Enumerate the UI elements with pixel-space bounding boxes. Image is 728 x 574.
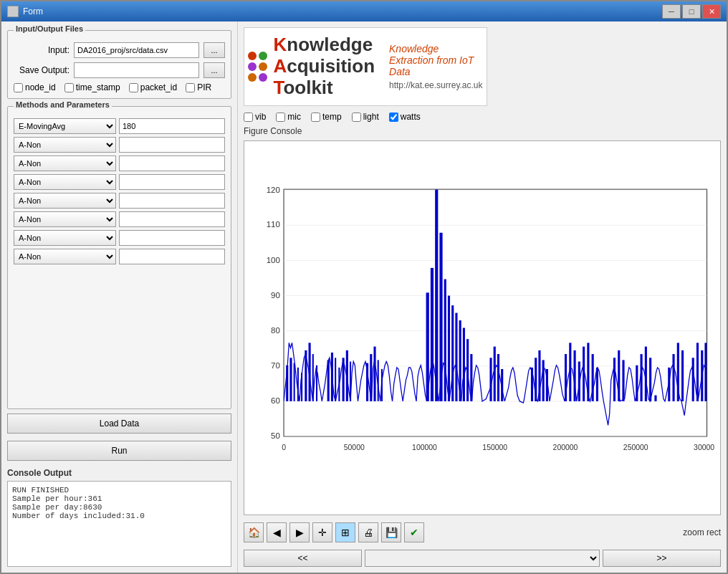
bar-60 xyxy=(613,358,616,401)
bar-31 xyxy=(494,347,496,401)
x-label-300000: 300000 xyxy=(694,444,714,451)
logo-oolkit: oolkit xyxy=(283,77,332,98)
console-line-2: Sample per hour:361 xyxy=(12,494,226,503)
bar-15 xyxy=(346,350,348,401)
method-select-4[interactable]: A-NonE-MovingAvgE-Mean xyxy=(14,193,116,209)
light-checkbox-item[interactable]: light xyxy=(352,112,379,122)
method-param-0[interactable] xyxy=(119,118,225,134)
logo-nowledge: nowledge xyxy=(287,34,373,55)
time-stamp-checkbox-item[interactable]: time_stamp xyxy=(64,82,120,92)
bar-4 xyxy=(297,368,299,401)
method-select-6[interactable]: A-NonE-MovingAvgE-Mean xyxy=(14,230,116,246)
bar-40 xyxy=(531,368,533,401)
bar-42 xyxy=(538,350,540,401)
forward-icon-button[interactable]: ▶ xyxy=(289,522,310,542)
pan-icon-button[interactable]: ✛ xyxy=(312,522,332,542)
main-window: Form ─ □ ✕ Input/Output Files Input: ...… xyxy=(0,0,728,574)
maximize-button[interactable]: □ xyxy=(682,4,701,19)
temp-checkbox-item[interactable]: temp xyxy=(311,112,342,122)
dot-purple-2 xyxy=(259,73,267,82)
mic-checkbox-item[interactable]: mic xyxy=(276,112,301,122)
bar-spike-1 xyxy=(426,292,429,401)
input-browse-button[interactable]: ... xyxy=(203,42,225,58)
navigation-row: << >> xyxy=(244,550,721,567)
vib-checkbox-item[interactable]: vib xyxy=(244,112,266,122)
console-line-3: Sample per day:8630 xyxy=(12,503,226,512)
bar-62 xyxy=(622,360,624,401)
method-select-5[interactable]: A-NonE-MovingAvgE-Mean xyxy=(14,211,116,227)
method-row-3: A-NonE-MovingAvgE-Mean xyxy=(14,174,225,190)
bar-spike-2 xyxy=(431,268,434,401)
logo-t: T xyxy=(273,77,283,98)
save-browse-button[interactable]: ... xyxy=(203,62,225,78)
packet-id-checkbox[interactable] xyxy=(129,83,138,92)
bar-80 xyxy=(668,368,670,401)
home-icon-button[interactable]: 🏠 xyxy=(244,522,264,542)
method-select-7[interactable]: A-NonE-MovingAvgE-Mean xyxy=(14,249,116,264)
temp-label: temp xyxy=(322,112,342,122)
print-icon-button[interactable]: 🖨 xyxy=(358,522,378,542)
method-row-7: A-NonE-MovingAvgE-Mean xyxy=(14,249,225,264)
time-stamp-label: time_stamp xyxy=(76,82,120,92)
next-nav-button[interactable]: >> xyxy=(603,550,721,567)
node-id-checkbox-item[interactable]: node_id xyxy=(14,82,56,92)
prev-nav-button[interactable]: << xyxy=(244,550,362,567)
method-param-6[interactable] xyxy=(119,230,225,246)
bar-7 xyxy=(309,343,311,401)
bar-8 xyxy=(312,354,314,401)
method-param-2[interactable] xyxy=(119,156,225,171)
bar-spike-10 xyxy=(466,339,469,401)
load-data-button[interactable]: Load Data xyxy=(7,413,231,434)
method-param-5[interactable] xyxy=(119,211,225,227)
input-file-field[interactable] xyxy=(74,42,199,58)
vib-checkbox[interactable] xyxy=(244,113,253,122)
logo-right-text: Knowledge Extraction from IoT Data http:… xyxy=(389,43,483,90)
method-select-2[interactable]: A-NonE-MovingAvgE-Mean xyxy=(14,156,116,171)
x-label-150000: 150000 xyxy=(482,444,507,451)
watts-checkbox-item[interactable]: watts xyxy=(389,112,421,122)
temp-checkbox[interactable] xyxy=(311,113,320,122)
check-icon-button[interactable]: ✔ xyxy=(404,522,424,542)
window-controls: ─ □ ✕ xyxy=(662,4,721,19)
method-select-0[interactable]: E-MovingAvgA-NonE-MeanE-Median xyxy=(14,118,116,134)
y-label-80: 80 xyxy=(271,326,280,335)
method-row-2: A-NonE-MovingAvgE-Mean xyxy=(14,156,225,171)
mic-checkbox[interactable] xyxy=(276,113,285,122)
nav-select[interactable] xyxy=(365,550,600,567)
close-button[interactable]: ✕ xyxy=(702,4,721,19)
method-select-3[interactable]: A-NonE-MovingAvgE-Mean xyxy=(14,174,116,190)
method-param-3[interactable] xyxy=(119,174,225,190)
node-id-checkbox[interactable] xyxy=(14,83,23,92)
pir-checkbox-item[interactable]: PIR xyxy=(186,82,211,92)
pir-checkbox[interactable] xyxy=(186,83,195,92)
zoom-rect-icon-button[interactable]: ⊞ xyxy=(335,522,355,542)
time-stamp-checkbox[interactable] xyxy=(64,83,74,92)
bar-6 xyxy=(305,350,307,401)
bar-spike-3 xyxy=(439,233,442,401)
save-output-field[interactable] xyxy=(74,62,199,78)
figure-console-label: Figure Console xyxy=(244,126,721,136)
watts-checkbox[interactable] xyxy=(389,113,398,122)
method-select-1[interactable]: A-NonE-MovingAvgE-Mean xyxy=(14,137,116,153)
bar-2 xyxy=(289,358,292,401)
logo-url: http://kat.ee.surrey.ac.uk xyxy=(389,80,483,90)
back-icon-button[interactable]: ◀ xyxy=(267,522,287,542)
dot-orange-2 xyxy=(248,73,257,82)
save-output-row: Save Output: ... xyxy=(14,62,225,78)
minimize-button[interactable]: ─ xyxy=(662,4,681,19)
bar-51 xyxy=(569,343,571,401)
method-param-1[interactable] xyxy=(119,137,225,153)
method-param-7[interactable] xyxy=(119,249,225,264)
bar-91 xyxy=(696,343,699,401)
run-button[interactable]: Run xyxy=(7,441,231,461)
save-icon-button[interactable]: 💾 xyxy=(381,522,401,542)
chart-svg: 50 60 70 80 90 100 xyxy=(250,147,714,509)
console-line-4: Number of days included:31.0 xyxy=(12,512,226,520)
light-checkbox[interactable] xyxy=(352,113,361,122)
chart-toolbar: 🏠 ◀ ▶ ✛ ⊞ 🖨 💾 ✔ zoom rect xyxy=(244,520,721,545)
bar-61 xyxy=(618,350,620,401)
packet-id-checkbox-item[interactable]: packet_id xyxy=(129,82,177,92)
data-columns-row: node_id time_stamp packet_id PIR xyxy=(14,82,225,92)
bar-16 xyxy=(350,362,351,401)
method-param-4[interactable] xyxy=(119,193,225,209)
